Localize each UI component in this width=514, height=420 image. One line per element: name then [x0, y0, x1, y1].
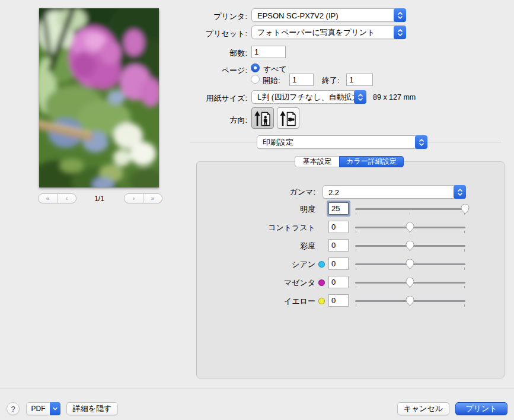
print-preview-image	[39, 8, 159, 187]
tick	[356, 304, 356, 307]
printer-label: プリンタ:	[172, 11, 247, 22]
brightness-row: 明度	[0, 202, 514, 218]
brightness-slider-thumb[interactable]	[461, 204, 470, 214]
chevron-up-down-icon	[394, 26, 406, 39]
tick	[464, 304, 465, 307]
preset-value: フォトペーパーに写真をプリント	[257, 27, 375, 38]
tick	[356, 231, 356, 233]
magenta-row: マゼンタ	[0, 276, 514, 291]
tick	[356, 268, 356, 270]
landscape-icon	[280, 110, 296, 126]
portrait-icon	[254, 110, 271, 126]
copies-input[interactable]	[251, 46, 286, 58]
copies-label: 部数:	[172, 48, 247, 59]
brightness-input[interactable]	[328, 202, 349, 215]
gamma-popup[interactable]: 2.2	[323, 185, 466, 199]
tick	[356, 249, 356, 252]
contrast-row: コントラスト	[0, 221, 514, 236]
contrast-input[interactable]	[328, 221, 349, 233]
pages-from-label: 開始:	[263, 75, 280, 86]
chevron-up-down-icon	[394, 8, 406, 22]
help-button[interactable]: ?	[7, 402, 20, 415]
flower-photo	[39, 8, 159, 187]
yellow-label: イエロー	[207, 296, 315, 307]
pages-range-radio[interactable]	[251, 75, 260, 84]
printer-popup[interactable]: EPSON SC-PX7V2 (IP)	[251, 8, 406, 22]
pages-all-radio[interactable]	[251, 63, 260, 72]
hide-details-button[interactable]: 詳細を隠す	[66, 402, 118, 415]
tick	[410, 212, 410, 215]
paper-size-value: L判 (四辺フチなし、自動拡大)	[257, 92, 362, 103]
gamma-value: 2.2	[328, 187, 339, 196]
saturation-slider-thumb[interactable]	[406, 241, 414, 251]
tick	[356, 212, 356, 215]
contrast-slider-thumb[interactable]	[406, 222, 414, 233]
pages-to-input[interactable]	[346, 74, 373, 86]
tab-basic-settings[interactable]: 基本設定	[295, 156, 340, 167]
preset-popup[interactable]: フォトペーパーに写真をプリント	[251, 26, 406, 39]
saturation-row: 彩度	[0, 239, 514, 254]
brightness-label: 明度	[207, 204, 315, 215]
tick	[464, 231, 465, 233]
footer-divider	[0, 389, 514, 389]
pdf-label: PDF	[27, 405, 50, 413]
cyan-slider-thumb[interactable]	[406, 259, 414, 269]
section-value: 印刷設定	[263, 137, 293, 148]
chevron-up-down-icon	[354, 90, 366, 104]
cyan-input[interactable]	[328, 257, 349, 270]
magenta-input[interactable]	[328, 276, 349, 288]
orientation-landscape-button[interactable]	[277, 107, 299, 129]
cyan-color-dot	[318, 261, 325, 268]
pages-from-input[interactable]	[289, 74, 314, 86]
pdf-menu-button[interactable]: PDF	[26, 402, 60, 415]
brightness-slider-track[interactable]	[355, 208, 465, 210]
magenta-color-dot	[318, 279, 325, 286]
cyan-label: シアン	[207, 259, 315, 270]
paper-size-popup[interactable]: L判 (四辺フチなし、自動拡大)	[251, 90, 366, 104]
tick	[356, 286, 356, 288]
orientation-portrait-button[interactable]	[251, 107, 274, 129]
preset-label: プリセット:	[172, 28, 247, 39]
print-dialog: { "window": { "background": "#ececec", "…	[0, 0, 514, 420]
saturation-input[interactable]	[328, 239, 349, 252]
orientation-label: 方向:	[172, 115, 247, 126]
yellow-color-dot	[318, 298, 325, 304]
cancel-button[interactable]: キャンセル	[397, 402, 449, 415]
print-button[interactable]: プリント	[455, 402, 507, 415]
pages-all-label: すべて	[263, 64, 287, 75]
tick	[464, 268, 465, 270]
gamma-row: ガンマ: 2.2	[0, 185, 514, 201]
paper-dimensions: 89 x 127 mm	[373, 93, 416, 101]
printer-value: EPSON SC-PX7V2 (IP)	[257, 11, 339, 20]
tick	[464, 249, 465, 252]
saturation-label: 彩度	[207, 241, 315, 252]
gamma-label: ガンマ:	[207, 187, 315, 198]
tab-color-detail-settings[interactable]: カラー詳細設定	[339, 156, 404, 167]
paper-size-label: 用紙サイズ:	[172, 93, 247, 104]
pages-label: ページ:	[172, 65, 247, 76]
yellow-slider-thumb[interactable]	[406, 296, 414, 306]
tick	[464, 286, 465, 288]
cyan-row: シアン	[0, 257, 514, 273]
yellow-row: イエロー	[0, 294, 514, 310]
yellow-input[interactable]	[328, 294, 349, 307]
chevron-down-icon[interactable]	[50, 402, 60, 415]
section-popup[interactable]: 印刷設定	[257, 135, 427, 149]
chevron-up-down-icon	[415, 135, 427, 149]
pages-to-label: 終了:	[322, 75, 340, 86]
magenta-slider-thumb[interactable]	[406, 278, 414, 288]
chevron-up-down-icon	[454, 185, 466, 199]
contrast-label: コントラスト	[207, 222, 315, 233]
magenta-label: マゼンタ	[207, 278, 315, 288]
